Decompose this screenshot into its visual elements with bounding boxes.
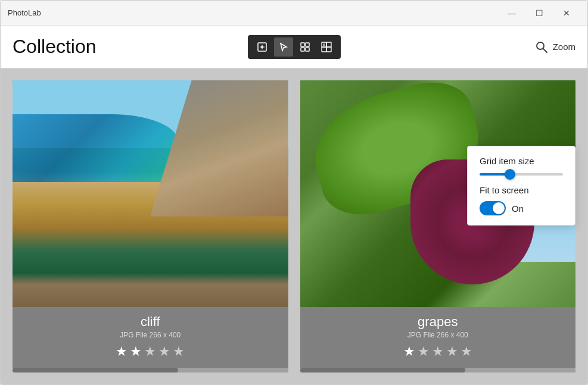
cliff-star-1[interactable]: ★	[116, 344, 127, 359]
zoom-label: Zoom	[553, 42, 575, 52]
grapes-star-5[interactable]: ★	[461, 344, 472, 359]
cliff-star-4[interactable]: ★	[158, 344, 170, 359]
close-button[interactable]: ✕	[553, 4, 580, 22]
slider-track[interactable]	[480, 173, 563, 176]
fit-to-screen-toggle[interactable]	[480, 201, 506, 215]
cliff-meta: JPG File 266 x 400	[17, 331, 284, 339]
grapes-rating[interactable]: ★ ★ ★ ★ ★	[305, 344, 571, 359]
svg-point-1	[261, 46, 263, 48]
grid-item-size-label: Grid item size	[480, 156, 563, 166]
cliff-scrollbar-thumb	[13, 368, 178, 373]
toolbar-btn-grid[interactable]	[295, 37, 315, 57]
svg-rect-3	[306, 43, 309, 46]
maximize-button[interactable]: ☐	[525, 4, 553, 22]
fit-to-screen-label: Fit to screen	[480, 185, 563, 195]
titlebar-controls: — ☐ ✕	[498, 4, 580, 22]
grapes-star-4[interactable]: ★	[446, 344, 458, 359]
app-window: PhotoLab — ☐ ✕ Collection	[0, 0, 588, 385]
zoom-button[interactable]: Zoom	[535, 40, 575, 54]
minimize-button[interactable]: —	[498, 4, 525, 22]
svg-rect-7	[326, 42, 331, 47]
header: Collection	[1, 26, 587, 68]
photo-cliff-image-container	[13, 80, 288, 307]
toolbar-btn-select[interactable]	[274, 37, 293, 57]
cliff-rating[interactable]: ★ ★ ★ ★ ★	[17, 344, 284, 359]
svg-rect-4	[301, 48, 304, 51]
grapes-star-3[interactable]: ★	[432, 344, 444, 359]
cliff-star-3[interactable]: ★	[144, 344, 156, 359]
grapes-star-1[interactable]: ★	[403, 344, 415, 359]
toolbar-btn-multi[interactable]	[317, 37, 336, 57]
toolbar-btn-annotate[interactable]	[253, 37, 272, 57]
titlebar-left: PhotoLab	[8, 8, 41, 17]
toggle-row: On	[480, 201, 563, 215]
cliff-image	[13, 80, 288, 307]
grapes-name: grapes	[305, 314, 571, 330]
photo-card-cliff[interactable]: cliff JPG File 266 x 400 ★ ★ ★ ★ ★	[13, 80, 288, 373]
search-icon	[535, 40, 548, 54]
slider-thumb[interactable]	[505, 169, 515, 180]
app-title: PhotoLab	[8, 8, 41, 17]
grapes-star-2[interactable]: ★	[418, 344, 430, 359]
photo-card-grapes[interactable]: grapes JPG File 266 x 400 ★ ★ ★ ★ ★	[300, 80, 576, 373]
cliff-mountain	[150, 80, 288, 217]
titlebar: PhotoLab — ☐ ✕	[1, 1, 587, 26]
grapes-scrollbar-thumb	[300, 368, 466, 373]
cliff-star-2[interactable]: ★	[130, 344, 142, 359]
cliff-water	[13, 114, 178, 182]
svg-rect-8	[322, 47, 326, 52]
svg-line-12	[543, 48, 547, 52]
zoom-popup: Grid item size Fit to screen On	[467, 146, 575, 226]
grapes-scrollbar[interactable]	[300, 368, 576, 373]
cliff-scrollbar[interactable]	[13, 368, 288, 373]
photo-cliff-info: cliff JPG File 266 x 400 ★ ★ ★ ★ ★	[13, 307, 288, 367]
toggle-knob	[493, 202, 505, 214]
photo-grapes-info: grapes JPG File 266 x 400 ★ ★ ★ ★ ★	[300, 307, 576, 367]
grapes-meta: JPG File 266 x 400	[305, 331, 571, 339]
grid-size-slider-container[interactable]	[480, 173, 563, 176]
svg-rect-2	[301, 43, 304, 46]
toolbar-buttons	[248, 35, 341, 59]
toolbar-center	[248, 35, 341, 59]
cliff-star-5[interactable]: ★	[173, 344, 185, 359]
cliff-name: cliff	[17, 314, 284, 330]
page-title: Collection	[13, 36, 120, 58]
svg-rect-5	[306, 48, 309, 51]
toggle-state-label: On	[512, 204, 524, 214]
content-area: cliff JPG File 266 x 400 ★ ★ ★ ★ ★	[1, 68, 587, 384]
svg-rect-9	[326, 47, 331, 52]
svg-rect-10	[323, 43, 325, 46]
